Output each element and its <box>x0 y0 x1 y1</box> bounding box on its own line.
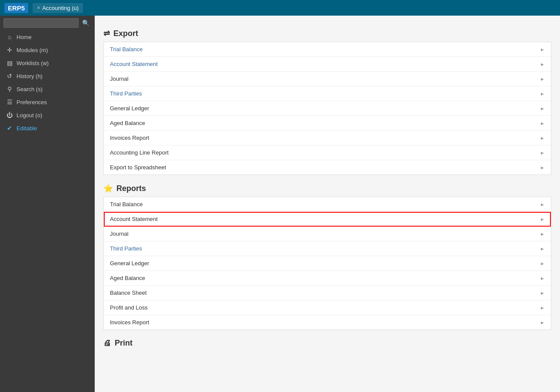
reports-title: Reports <box>116 184 146 193</box>
item-label: Export to Spreadsheet <box>110 164 166 171</box>
list-item[interactable]: General Ledger ► <box>104 256 551 271</box>
chevron-right-icon: ► <box>540 246 545 251</box>
tab-close-icon[interactable]: × <box>37 5 40 11</box>
item-label: Journal <box>110 76 129 82</box>
search-input[interactable] <box>3 18 79 28</box>
chevron-right-icon: ► <box>540 165 545 170</box>
sidebar-item-editable[interactable]: ✔ Editable <box>0 122 95 135</box>
print-title: Print <box>115 339 133 348</box>
list-item[interactable]: Invoices Report ► <box>104 315 551 329</box>
item-label: Trial Balance <box>110 201 142 208</box>
sidebar-item-label: Preferences <box>17 99 47 105</box>
chevron-right-icon: ► <box>540 121 545 126</box>
main-layout: 🔍 ⌂ Home ✛ Modules (m) ▤ Worklists (w) ↺… <box>0 16 560 392</box>
chevron-right-icon: ► <box>540 76 545 82</box>
sidebar-item-label: Worklists (w) <box>17 60 49 66</box>
history-icon: ↺ <box>6 72 13 79</box>
item-label: Invoices Report <box>110 135 149 141</box>
sidebar-item-label: Logout (o) <box>17 112 42 119</box>
item-label: Balance Sheet <box>110 290 147 296</box>
item-label: Profit and Loss <box>110 304 148 311</box>
item-label: Third Parties <box>110 245 142 252</box>
print-section-header: 🖨 Print <box>103 339 551 348</box>
item-label: Third Parties <box>110 90 142 97</box>
list-item[interactable]: Invoices Report ► <box>104 131 551 145</box>
item-label: Trial Balance <box>110 46 142 53</box>
sidebar-item-worklists[interactable]: ▤ Worklists (w) <box>0 56 95 69</box>
item-label: Account Statement <box>110 61 158 67</box>
sidebar-item-label: Modules (m) <box>17 47 48 53</box>
item-label: Invoices Report <box>110 319 149 326</box>
tab-label: Accounting (u) <box>42 5 79 11</box>
search-bar: 🔍 <box>0 16 95 30</box>
list-item[interactable]: Export to Spreadsheet ► <box>104 160 551 175</box>
item-label: Account Statement <box>110 216 158 222</box>
item-label: General Ledger <box>110 260 149 267</box>
list-item[interactable]: Trial Balance ► <box>104 42 551 57</box>
chevron-right-icon: ► <box>540 47 545 52</box>
list-item[interactable]: Balance Sheet ► <box>104 286 551 300</box>
logout-icon: ⏻ <box>6 112 13 119</box>
search-icon: ⚲ <box>6 86 13 92</box>
list-item[interactable]: General Ledger ► <box>104 101 551 116</box>
export-icon: ⇌ <box>103 29 110 38</box>
chevron-right-icon: ► <box>540 91 545 96</box>
list-item-account-statement[interactable]: Account Statement ► <box>104 212 551 227</box>
list-item[interactable]: Profit and Loss ► <box>104 300 551 315</box>
main-content: ⇌ Export Trial Balance ► Account Stateme… <box>95 16 560 392</box>
sidebar-item-logout[interactable]: ⏻ Logout (o) <box>0 109 95 122</box>
list-item[interactable]: Journal ► <box>104 227 551 241</box>
sidebar-item-modules[interactable]: ✛ Modules (m) <box>0 43 95 56</box>
item-label: Accounting Line Report <box>110 149 169 156</box>
preferences-icon: ☰ <box>6 99 13 105</box>
print-icon: 🖨 <box>103 339 111 348</box>
sidebar-item-search[interactable]: ⚲ Search (s) <box>0 82 95 96</box>
reports-list: Trial Balance ► Account Statement ► Jour… <box>103 197 551 330</box>
sidebar-item-label: Editable <box>17 125 37 132</box>
list-item[interactable]: Account Statement ► <box>104 57 551 72</box>
list-item[interactable]: Aged Balance ► <box>104 116 551 131</box>
reports-icon: ⭐ <box>103 184 113 193</box>
list-item[interactable]: Journal ► <box>104 72 551 86</box>
list-item[interactable]: Third Parties ► <box>104 86 551 101</box>
list-item[interactable]: Accounting Line Report ► <box>104 145 551 160</box>
chevron-right-icon: ► <box>540 106 545 111</box>
sidebar-item-history[interactable]: ↺ History (h) <box>0 69 95 82</box>
nav-items: ⌂ Home ✛ Modules (m) ▤ Worklists (w) ↺ H… <box>0 30 95 135</box>
item-label: General Ledger <box>110 105 149 112</box>
list-item[interactable]: Trial Balance ► <box>104 197 551 212</box>
export-section-header: ⇌ Export <box>103 29 551 38</box>
sidebar-item-home[interactable]: ⌂ Home <box>0 30 95 43</box>
chevron-right-icon: ► <box>540 202 545 207</box>
reports-section-header: ⭐ Reports <box>103 184 551 193</box>
chevron-right-icon: ► <box>540 320 545 325</box>
list-item[interactable]: Third Parties ► <box>104 241 551 256</box>
chevron-right-icon: ► <box>540 261 545 266</box>
chevron-right-icon: ► <box>540 62 545 67</box>
chevron-right-icon: ► <box>540 290 545 296</box>
item-label: Aged Balance <box>110 275 145 281</box>
sidebar-item-label: Home <box>17 34 32 40</box>
export-title: Export <box>113 29 138 38</box>
chevron-right-icon: ► <box>540 276 545 281</box>
accounting-tab[interactable]: × Accounting (u) <box>33 3 83 13</box>
list-item[interactable]: Aged Balance ► <box>104 271 551 286</box>
export-list: Trial Balance ► Account Statement ► Jour… <box>103 42 551 175</box>
item-label: Journal <box>110 231 129 237</box>
chevron-right-icon: ► <box>540 305 545 310</box>
search-button[interactable]: 🔍 <box>80 19 91 27</box>
sidebar: 🔍 ⌂ Home ✛ Modules (m) ▤ Worklists (w) ↺… <box>0 16 95 392</box>
worklists-icon: ▤ <box>6 59 13 66</box>
editable-icon: ✔ <box>6 125 13 132</box>
sidebar-item-label: Search (s) <box>17 86 43 92</box>
erp5-logo: ERP5 <box>4 3 28 13</box>
chevron-right-icon: ► <box>540 150 545 155</box>
home-icon: ⌂ <box>6 33 13 40</box>
chevron-right-icon: ► <box>540 135 545 141</box>
sidebar-item-preferences[interactable]: ☰ Preferences <box>0 96 95 109</box>
sidebar-item-label: History (h) <box>17 73 43 79</box>
chevron-right-icon: ► <box>540 231 545 237</box>
topbar: ERP5 × Accounting (u) <box>0 0 560 16</box>
modules-icon: ✛ <box>6 46 13 53</box>
item-label: Aged Balance <box>110 120 145 126</box>
